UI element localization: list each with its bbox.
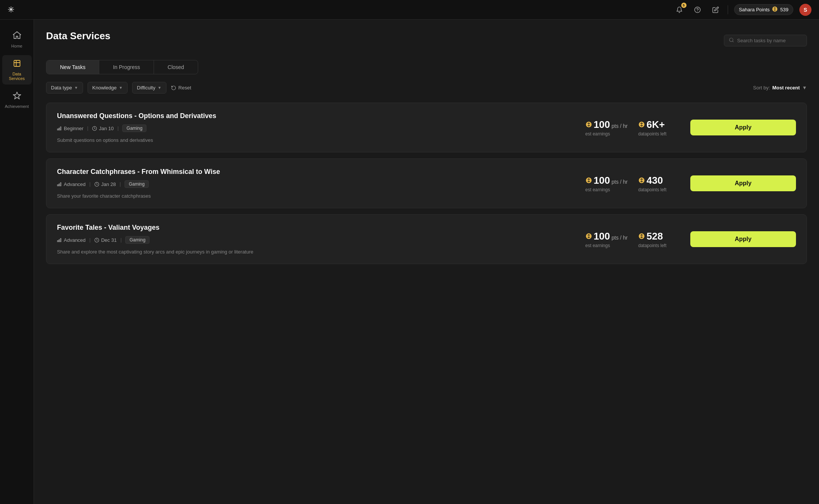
coin-icon bbox=[585, 177, 592, 184]
task-left-3: Favorite Tales - Valiant Voyages Advance… bbox=[57, 224, 573, 255]
apply-button-1[interactable]: Apply bbox=[690, 120, 796, 135]
task-title-3: Favorite Tales - Valiant Voyages bbox=[57, 224, 573, 232]
task-left-2: Character Catchphrases - From Whimsical … bbox=[57, 168, 573, 199]
svg-rect-14 bbox=[59, 184, 60, 186]
edit-button[interactable] bbox=[710, 4, 722, 16]
task-tag-3: Gaming bbox=[125, 236, 149, 244]
task-earnings-2: 100 pts / hr est earnings bbox=[585, 175, 628, 192]
dp-label-3: datapoints left bbox=[638, 243, 667, 248]
task-tag-1: Gaming bbox=[122, 124, 146, 132]
coin-icon-dp bbox=[638, 121, 645, 128]
task-difficulty-1: Beginner bbox=[57, 126, 83, 131]
sahara-points-label: Sahara Points bbox=[739, 7, 770, 12]
svg-rect-20 bbox=[59, 240, 60, 241]
difficulty-label: Difficulty bbox=[137, 85, 155, 91]
reset-label: Reset bbox=[179, 85, 191, 91]
task-tag-2: Gaming bbox=[125, 180, 149, 188]
coin-icon-dp bbox=[638, 177, 645, 184]
task-difficulty-3: Advanced bbox=[57, 237, 86, 243]
task-description-3: Share and explore the most captivating s… bbox=[57, 249, 573, 255]
sidebar-item-achievement[interactable]: Achievement bbox=[2, 88, 32, 112]
data-type-label: Data type bbox=[51, 85, 72, 91]
sidebar-item-home[interactable]: Home bbox=[2, 27, 32, 52]
svg-rect-13 bbox=[57, 184, 58, 186]
svg-rect-15 bbox=[60, 183, 61, 186]
tab-group: New Tasks In Progress Closed bbox=[46, 60, 198, 74]
task-date-2: Jan 28 bbox=[94, 181, 116, 187]
coin-icon bbox=[585, 233, 592, 240]
logo-icon: ✳ bbox=[8, 5, 14, 15]
sidebar-home-label: Home bbox=[11, 44, 22, 48]
reset-button[interactable]: Reset bbox=[171, 85, 191, 91]
task-difficulty-2: Advanced bbox=[57, 181, 86, 187]
task-left-1: Unanswered Questions - Options and Deriv… bbox=[57, 112, 573, 143]
sidebar-achievement-label: Achievement bbox=[5, 104, 29, 109]
logo: ✳ bbox=[8, 5, 14, 15]
sort-prefix: Sort by: bbox=[753, 85, 770, 91]
search-icon bbox=[729, 37, 734, 44]
notifications-button[interactable]: 5 bbox=[673, 4, 685, 16]
pts-unit-1: pts / hr bbox=[611, 123, 628, 129]
dp-label-2: datapoints left bbox=[638, 187, 667, 192]
achievement-icon bbox=[12, 91, 22, 103]
filter-row: Data type ▼ Knowledge ▼ Difficulty ▼ Res… bbox=[46, 82, 807, 94]
data-type-filter[interactable]: Data type ▼ bbox=[46, 82, 83, 94]
chevron-down-icon: ▼ bbox=[119, 86, 123, 90]
chevron-down-icon: ▼ bbox=[74, 86, 78, 90]
dp-label-1: datapoints left bbox=[638, 131, 667, 137]
home-icon bbox=[12, 31, 22, 42]
sort-value: Most recent bbox=[772, 85, 800, 91]
content-area: Data Services New Tasks In Progress Clos… bbox=[34, 20, 819, 504]
help-button[interactable] bbox=[691, 4, 704, 16]
knowledge-filter[interactable]: Knowledge ▼ bbox=[88, 82, 128, 94]
sort-dropdown[interactable]: Sort by: Most recent ▼ bbox=[753, 85, 807, 91]
task-datapoints-1: 6K+ datapoints left bbox=[638, 119, 680, 137]
sidebar: Home Data Services Achievement bbox=[0, 20, 34, 504]
task-meta-2: Advanced | Jan 28 | Gaming bbox=[57, 180, 573, 188]
task-datapoints-2: 430 datapoints left bbox=[638, 175, 680, 192]
task-dp-2: 430 bbox=[647, 175, 663, 186]
chevron-down-icon: ▼ bbox=[158, 86, 162, 90]
svg-rect-21 bbox=[60, 238, 61, 242]
task-earnings-1: 100 pts / hr est earnings bbox=[585, 119, 628, 137]
task-list: Unanswered Questions - Options and Deriv… bbox=[46, 103, 807, 264]
task-description-1: Submit questions on options and derivati… bbox=[57, 137, 573, 143]
top-nav-right: 5 Sahara Points 539 bbox=[673, 4, 811, 16]
pts-label-1: est earnings bbox=[585, 131, 610, 137]
task-date-3: Dec 31 bbox=[94, 237, 117, 243]
task-dp-1: 6K+ bbox=[647, 119, 665, 131]
task-title-2: Character Catchphrases - From Whimsical … bbox=[57, 168, 573, 176]
page-title: Data Services bbox=[46, 30, 111, 42]
difficulty-filter[interactable]: Difficulty ▼ bbox=[132, 82, 166, 94]
svg-rect-7 bbox=[57, 129, 58, 130]
task-row: Unanswered Questions - Options and Deriv… bbox=[46, 103, 807, 152]
apply-button-3[interactable]: Apply bbox=[690, 231, 796, 247]
task-title-1: Unanswered Questions - Options and Deriv… bbox=[57, 112, 573, 120]
task-meta-3: Advanced | Dec 31 | Gaming bbox=[57, 236, 573, 244]
task-earnings-3: 100 pts / hr est earnings bbox=[585, 230, 628, 248]
svg-marker-3 bbox=[13, 32, 21, 38]
header-row: Data Services bbox=[46, 30, 807, 51]
tab-in-progress[interactable]: In Progress bbox=[99, 60, 154, 74]
sahara-points-value: 539 bbox=[780, 7, 788, 12]
sidebar-data-services-label: Data Services bbox=[5, 72, 29, 81]
coin-icon bbox=[585, 121, 592, 128]
coin-icon-dp bbox=[638, 233, 645, 240]
sort-chevron-icon: ▼ bbox=[802, 85, 807, 91]
data-services-icon bbox=[12, 59, 22, 70]
task-pts-2: 100 bbox=[594, 175, 610, 186]
svg-rect-9 bbox=[60, 127, 61, 130]
sahara-points: Sahara Points 539 bbox=[734, 4, 793, 15]
user-avatar[interactable]: S bbox=[799, 4, 811, 16]
search-input[interactable] bbox=[737, 38, 802, 43]
task-right-1: 100 pts / hr est earnings 6K+ datapoints bbox=[585, 119, 796, 137]
task-date-1: Jan 10 bbox=[92, 126, 114, 131]
task-description-2: Share your favorite character catchphras… bbox=[57, 193, 573, 199]
sidebar-item-data-services[interactable]: Data Services bbox=[2, 55, 32, 85]
tab-closed[interactable]: Closed bbox=[154, 60, 198, 74]
apply-button-2[interactable]: Apply bbox=[690, 175, 796, 191]
task-right-2: 100 pts / hr est earnings 430 datapoints bbox=[585, 175, 796, 192]
notification-badge: 5 bbox=[681, 3, 687, 8]
search-box[interactable] bbox=[724, 35, 807, 46]
tab-new-tasks[interactable]: New Tasks bbox=[46, 60, 99, 74]
